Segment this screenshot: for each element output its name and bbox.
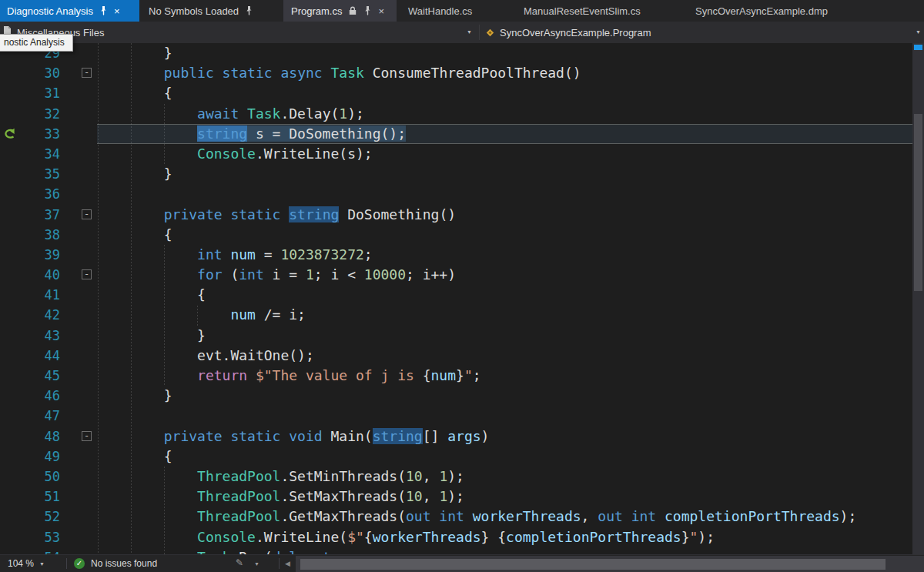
tab-label: Diagnostic Analysis (7, 5, 93, 17)
fold-margin (60, 104, 97, 124)
glyph-margin[interactable] (0, 265, 22, 285)
code-line-36[interactable]: 36 (0, 184, 912, 204)
tab-waithandle-cs[interactable]: WaitHandle.cs (400, 0, 472, 22)
code-line-43[interactable]: 43 } (0, 326, 912, 346)
chevron-down-icon[interactable]: ▼ (254, 561, 259, 567)
fold-collapse-icon[interactable]: - (82, 209, 92, 219)
code-line-44[interactable]: 44 evt.WaitOne(); (0, 346, 912, 366)
glyph-margin[interactable] (0, 184, 22, 204)
glyph-margin[interactable] (0, 366, 22, 386)
glyph-margin[interactable] (0, 507, 22, 527)
code-text: { (97, 83, 912, 103)
glyph-margin[interactable] (0, 285, 22, 305)
fold-margin[interactable]: - (60, 205, 97, 225)
fold-margin (60, 326, 97, 346)
code-line-39[interactable]: 39 int num = 1023873272; (0, 245, 912, 265)
tab-manualreseteventslim-cs[interactable]: ManualResetEventSlim.cs (511, 0, 641, 22)
tab-label: Program.cs (291, 5, 342, 17)
tab-program-cs[interactable]: Program.cs × (283, 0, 397, 22)
pencil-icon[interactable]: ✎ (236, 557, 243, 568)
glyph-margin[interactable] (0, 63, 22, 83)
tab-tooltip: nostic Analysis (0, 34, 73, 52)
tab-diagnostic-analysis[interactable]: Diagnostic Analysis × (0, 0, 139, 22)
glyph-margin[interactable] (0, 346, 22, 366)
code-editor[interactable]: 29 }30- public static async Task Consume… (0, 43, 912, 554)
glyph-margin[interactable] (0, 426, 22, 447)
code-line-33[interactable]: 33 string s = DoSomething(); (0, 124, 912, 144)
glyph-margin[interactable] (0, 547, 22, 554)
fold-margin[interactable]: - (60, 265, 97, 285)
code-line-52[interactable]: 52 ThreadPool.GetMaxThreads(out int work… (0, 507, 912, 527)
code-line-46[interactable]: 46 } (0, 386, 912, 406)
fold-collapse-icon[interactable]: - (82, 431, 92, 441)
pin-icon[interactable] (245, 6, 253, 15)
code-line-47[interactable]: 47 (0, 406, 912, 426)
chevron-down-icon[interactable]: ▼ (916, 29, 921, 35)
code-line-42[interactable]: 42 num /= i; (0, 305, 912, 325)
code-line-37[interactable]: 37- private static string DoSomething() (0, 205, 912, 225)
scroll-left-arrow-icon[interactable]: ◀ (285, 560, 290, 567)
tab-syncoverasyncexample-dmp[interactable]: SyncOverAsyncExample.dmp (688, 0, 828, 22)
code-line-41[interactable]: 41 { (0, 285, 912, 305)
health-label: No issues found (91, 558, 157, 569)
code-text: Console.WriteLine($"{workerThreads} {com… (97, 527, 912, 547)
code-text: evt.WaitOne(); (97, 346, 912, 366)
code-line-53[interactable]: 53 Console.WriteLine($"{workerThreads} {… (0, 527, 912, 547)
code-line-45[interactable]: 45 return $"The value of j is {num}"; (0, 366, 912, 386)
glyph-margin[interactable] (0, 386, 22, 406)
zoom-control[interactable]: 104 % ▼ (8, 555, 45, 572)
code-line-54[interactable]: 54 Task.Run(delegate (0, 547, 912, 554)
code-line-38[interactable]: 38 { (0, 225, 912, 245)
glyph-margin[interactable] (0, 144, 22, 164)
line-number: 54 (22, 547, 60, 554)
line-number: 45 (22, 366, 60, 386)
glyph-margin[interactable] (0, 225, 22, 245)
chevron-down-icon[interactable]: ▼ (467, 29, 472, 35)
code-line-29[interactable]: 29 } (0, 43, 912, 63)
code-line-31[interactable]: 31 { (0, 83, 912, 103)
glyph-margin[interactable] (0, 326, 22, 346)
code-text: ThreadPool.GetMaxThreads(out int workerT… (97, 507, 912, 527)
code-line-35[interactable]: 35 } (0, 164, 912, 184)
class-icon (485, 28, 495, 38)
glyph-margin[interactable] (0, 104, 22, 124)
close-icon[interactable]: × (378, 6, 384, 16)
glyph-margin[interactable] (0, 164, 22, 184)
close-icon[interactable]: × (114, 6, 120, 16)
keep-open-pin-icon[interactable] (363, 6, 372, 15)
code-line-51[interactable]: 51 ThreadPool.SetMaxThreads(10, 1); (0, 487, 912, 507)
pin-icon[interactable] (99, 6, 108, 15)
document-health-indicator[interactable]: ✓ No issues found (74, 555, 157, 572)
glyph-margin[interactable] (0, 205, 22, 225)
scroll-position-marker (914, 45, 922, 50)
symbol-dropdown[interactable]: SyncOverAsyncExample.Program (485, 22, 910, 43)
code-line-50[interactable]: 50 ThreadPool.SetMinThreads(10, 1); (0, 467, 912, 487)
horizontal-scrollbar-thumb[interactable] (300, 559, 886, 570)
code-line-48[interactable]: 48- private static void Main(string[] ar… (0, 426, 912, 447)
vertical-scrollbar[interactable] (912, 43, 924, 554)
horizontal-scrollbar[interactable] (296, 556, 924, 572)
glyph-margin[interactable] (0, 406, 22, 426)
glyph-margin[interactable] (0, 245, 22, 265)
glyph-margin[interactable] (0, 447, 22, 467)
glyph-margin[interactable] (0, 305, 22, 325)
glyph-margin[interactable] (0, 487, 22, 507)
fold-margin[interactable]: - (60, 426, 97, 447)
glyph-margin-diagnostic[interactable] (0, 124, 22, 144)
fold-collapse-icon[interactable]: - (82, 68, 92, 78)
glyph-margin[interactable] (0, 83, 22, 103)
fold-margin (60, 487, 97, 507)
line-number: 42 (22, 305, 60, 325)
tab-no-symbols-loaded[interactable]: No Symbols Loaded (142, 0, 275, 22)
glyph-margin[interactable] (0, 467, 22, 487)
fold-margin[interactable]: - (60, 63, 97, 83)
line-number: 40 (22, 265, 60, 285)
code-line-49[interactable]: 49 { (0, 447, 912, 467)
fold-collapse-icon[interactable]: - (82, 269, 92, 279)
vertical-scrollbar-thumb[interactable] (914, 114, 922, 291)
code-line-30[interactable]: 30- public static async Task ConsumeThre… (0, 63, 912, 83)
glyph-margin[interactable] (0, 527, 22, 547)
code-line-40[interactable]: 40- for (int i = 1; i < 10000; i++) (0, 265, 912, 285)
code-line-32[interactable]: 32 await Task.Delay(1); (0, 104, 912, 124)
code-line-34[interactable]: 34 Console.WriteLine(s); (0, 144, 912, 164)
